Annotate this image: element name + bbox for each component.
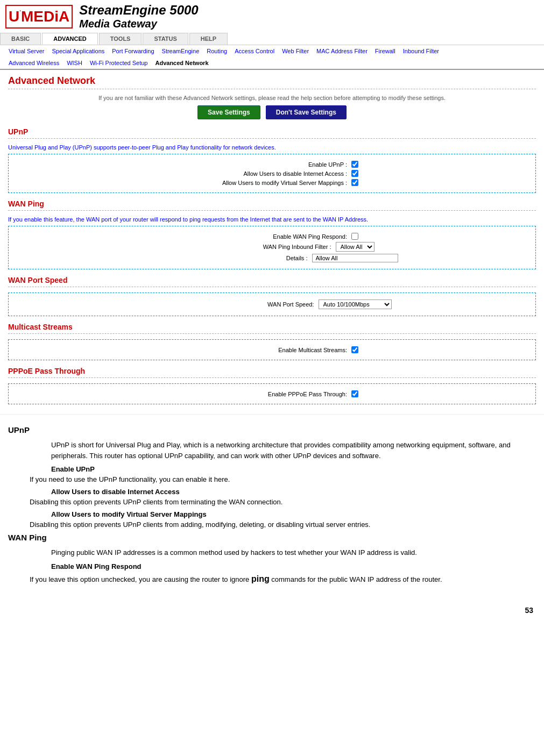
help-wan-ping-title: WAN Ping <box>8 533 536 542</box>
page-content: Advanced Network If you are not familiar… <box>0 70 544 414</box>
nav-routing[interactable]: Routing <box>203 47 230 55</box>
help-ping-bold: ping <box>251 574 270 583</box>
help-allow-disable-title: Allow Users to disable Internet Access <box>51 488 536 496</box>
help-enable-wan-ping-desc: If you leave this option unchecked, you … <box>30 573 536 586</box>
wan-ping-title: WAN Ping <box>8 199 536 208</box>
tab-basic[interactable]: BASIC <box>0 33 41 45</box>
pppoe-enable-value <box>351 390 358 397</box>
button-row: Save Settings Don't Save Settings <box>8 105 536 119</box>
help-enable-wan-ping-title: Enable WAN Ping Respond <box>51 562 536 570</box>
pppoe-settings-box: Enable PPPoE Pass Through: <box>8 383 536 404</box>
multicast-title: Multicast Streams <box>8 323 536 331</box>
nav-virtual-server[interactable]: Virtual Server <box>5 47 47 55</box>
brand-title-line1: StreamEngine 5000 <box>79 3 198 18</box>
multicast-divider <box>8 333 536 334</box>
tab-status[interactable]: STATUS <box>143 33 188 45</box>
logo: U · MEDiA <box>5 5 73 28</box>
wan-ping-settings-box: Enable WAN Ping Respond: WAN Ping Inboun… <box>8 226 536 269</box>
nav-sub-row2: Advanced Wireless WISH Wi-Fi Protected S… <box>0 57 544 69</box>
help-enable-wan-ping-desc2: commands for the public WAN IP address o… <box>270 575 442 583</box>
brand-title-line2: Media Gateway <box>79 18 198 30</box>
logo-media: MEDiA <box>21 8 69 25</box>
upnp-title: UPnP <box>8 127 536 136</box>
upnp-enable-label: Enable UPnP : <box>186 161 347 168</box>
upnp-disable-internet-row: Allow Users to disable Internet Access : <box>17 170 527 177</box>
wan-port-speed-settings-box: WAN Port Speed: Auto 10/100Mbps 10Mbps H… <box>8 293 536 316</box>
wan-ping-details-value <box>312 254 398 262</box>
tab-help[interactable]: HELP <box>189 33 228 45</box>
pppoe-enable-row: Enable PPPoE Pass Through: <box>17 390 527 397</box>
nav-web-filter[interactable]: Web Filter <box>279 47 312 55</box>
upnp-modify-mappings-checkbox[interactable] <box>351 179 358 186</box>
nav-special-apps[interactable]: Special Applications <box>48 47 108 55</box>
nav-access-control[interactable]: Access Control <box>231 47 278 55</box>
main-nav: BASIC ADVANCED TOOLS STATUS HELP Virtual… <box>0 33 544 70</box>
help-wan-ping-desc: Pinging public WAN IP addresses is a com… <box>51 547 536 558</box>
wan-ping-desc: If you enable this feature, the WAN port… <box>8 216 536 223</box>
wan-port-speed-value: Auto 10/100Mbps 10Mbps Half-Duplex 10Mbp… <box>319 299 392 309</box>
nav-firewall[interactable]: Firewall <box>372 47 399 55</box>
upnp-divider <box>8 138 536 139</box>
nav-wish[interactable]: WISH <box>63 59 86 67</box>
help-allow-modify-desc: Disabling this option prevents UPnP clie… <box>30 520 536 529</box>
wan-ping-respond-row: Enable WAN Ping Respond: <box>17 233 527 240</box>
pppoe-enable-label: Enable PPPoE Pass Through: <box>186 391 347 397</box>
upnp-modify-mappings-value <box>351 179 358 186</box>
wan-ping-details-label: Details : <box>146 255 308 261</box>
nav-port-forwarding[interactable]: Port Forwarding <box>109 47 157 55</box>
nav-inbound-filter[interactable]: Inbound Filter <box>400 47 442 55</box>
nav-mac-filter[interactable]: MAC Address Filter <box>313 47 371 55</box>
wan-ping-details-row: Details : <box>17 254 527 262</box>
pppoe-divider <box>8 377 536 378</box>
page-number: 53 <box>0 601 544 620</box>
wan-port-speed-divider <box>8 287 536 287</box>
save-button[interactable]: Save Settings <box>197 105 260 119</box>
upnp-disable-internet-label: Allow Users to disable Internet Access : <box>186 170 347 177</box>
help-enable-wan-ping-desc1: If you leave this option unchecked, you … <box>30 575 251 583</box>
brand-title: StreamEngine 5000 Media Gateway <box>79 3 198 30</box>
wan-port-speed-row: WAN Port Speed: Auto 10/100Mbps 10Mbps H… <box>17 299 527 309</box>
multicast-enable-value <box>351 346 358 353</box>
header: U · MEDiA StreamEngine 5000 Media Gatewa… <box>0 0 544 33</box>
wan-ping-inbound-select[interactable]: Allow All <box>336 242 375 252</box>
tab-advanced[interactable]: ADVANCED <box>42 33 98 45</box>
help-section: UPnP UPnP is short for Universal Plug an… <box>0 414 544 601</box>
nav-tabs: BASIC ADVANCED TOOLS STATUS HELP <box>0 33 544 45</box>
wan-port-speed-select[interactable]: Auto 10/100Mbps 10Mbps Half-Duplex 10Mbp… <box>319 299 392 309</box>
nav-wifi-protected[interactable]: Wi-Fi Protected Setup <box>87 59 151 67</box>
upnp-disable-internet-value <box>351 170 358 177</box>
wan-ping-details-input[interactable] <box>312 254 398 262</box>
multicast-enable-row: Enable Multicast Streams: <box>17 346 527 353</box>
upnp-settings-box: Enable UPnP : Allow Users to disable Int… <box>8 154 536 193</box>
help-enable-upnp-title: Enable UPnP <box>51 465 536 473</box>
multicast-settings-box: Enable Multicast Streams: <box>8 339 536 360</box>
wan-ping-inbound-row: WAN Ping Inbound Filter : Allow All <box>17 242 527 252</box>
info-text: If you are not familiar with these Advan… <box>8 95 536 101</box>
upnp-modify-mappings-row: Allow Users to modify Virtual Server Map… <box>17 179 527 186</box>
wan-ping-respond-checkbox[interactable] <box>351 233 358 240</box>
pppoe-enable-checkbox[interactable] <box>351 390 358 397</box>
upnp-enable-value <box>351 161 358 168</box>
upnp-disable-internet-checkbox[interactable] <box>351 170 358 177</box>
nav-sub-row1: Virtual Server Special Applications Port… <box>0 45 544 57</box>
help-upnp-title: UPnP <box>8 425 536 434</box>
nav-advanced-wireless[interactable]: Advanced Wireless <box>5 59 62 67</box>
title-divider <box>8 89 536 89</box>
page-title: Advanced Network <box>8 75 536 87</box>
tab-tools[interactable]: TOOLS <box>99 33 142 45</box>
help-enable-upnp-desc: If you need to use the UPnP functionalit… <box>30 475 536 483</box>
nav-streamengine[interactable]: StreamEngine <box>159 47 203 55</box>
help-upnp-desc: UPnP is short for Universal Plug and Pla… <box>51 440 536 461</box>
upnp-enable-checkbox[interactable] <box>351 161 358 168</box>
nav-advanced-network[interactable]: Advanced Network <box>152 59 211 67</box>
wan-ping-inbound-label: WAN Ping Inbound Filter : <box>170 244 331 250</box>
multicast-enable-label: Enable Multicast Streams: <box>186 347 347 353</box>
wan-ping-inbound-value: Allow All <box>336 242 375 252</box>
multicast-enable-checkbox[interactable] <box>351 346 358 353</box>
wan-ping-respond-label: Enable WAN Ping Respond: <box>186 233 347 240</box>
wan-port-speed-label: WAN Port Speed: <box>153 301 314 308</box>
help-allow-modify-title: Allow Users to modify Virtual Server Map… <box>51 510 536 518</box>
upnp-enable-row: Enable UPnP : <box>17 161 527 168</box>
nosave-button[interactable]: Don't Save Settings <box>266 105 347 119</box>
logo-dot: · <box>19 8 21 14</box>
